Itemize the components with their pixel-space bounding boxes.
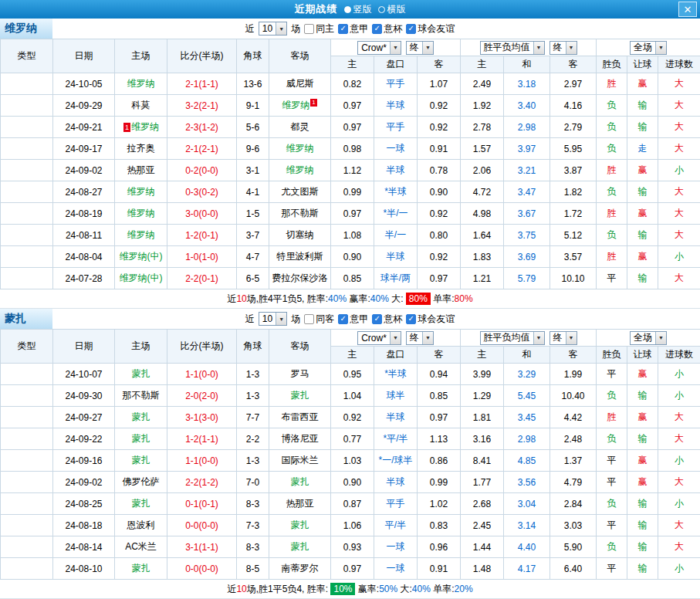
corner-cell: 1-3 bbox=[237, 364, 269, 385]
bookmaker-select[interactable]: Crow*▼ bbox=[357, 41, 401, 55]
goals-size-cell: 大 bbox=[658, 428, 700, 450]
result-cell: 负 bbox=[597, 181, 627, 203]
column-header: 比分(半场) bbox=[167, 39, 237, 73]
match-row: 意甲24-10-07蒙扎1-1(0-0)1-3罗马0.95*半球0.943.99… bbox=[1, 364, 700, 385]
euro-odds-type-select[interactable]: 胜平负均值▼ bbox=[480, 41, 545, 55]
match-scope-select[interactable]: 全场▼ bbox=[630, 41, 667, 55]
euro-away-odds-cell: 2.97 bbox=[550, 73, 597, 95]
euro-stage-select[interactable]: 终▼ bbox=[550, 41, 577, 55]
corner-cell: 8-3 bbox=[237, 493, 269, 515]
handicap-cell: *半/一 bbox=[374, 203, 418, 225]
league-filter-checkbox[interactable]: ✓意杯 bbox=[372, 313, 402, 326]
team-name-text: 国际米兰 bbox=[282, 455, 319, 465]
away-team-cell: 蒙扎 bbox=[269, 536, 331, 558]
euro-away-odds-cell: 3.87 bbox=[550, 160, 597, 181]
same-venue-checkbox[interactable]: 同主 bbox=[304, 22, 334, 36]
euro-away-odds-cell: 3.03 bbox=[550, 515, 597, 536]
column-subheader: 客 bbox=[418, 347, 461, 364]
league-filter-checkbox[interactable]: ✓意杯 bbox=[372, 22, 402, 36]
result-cell: 负 bbox=[597, 138, 627, 160]
team-name-text: 维罗纳 bbox=[282, 100, 309, 110]
euro-away-odds-cell: 5.12 bbox=[550, 225, 597, 246]
team-name-text: 那不勒斯 bbox=[123, 390, 160, 401]
dropdown-arrow-icon: ▼ bbox=[533, 332, 544, 344]
score-cell: 2-1(2-1) bbox=[167, 138, 237, 160]
handicap-result-cell: 赢 bbox=[627, 364, 658, 385]
result-cell: 负 bbox=[597, 536, 627, 558]
match-count-select[interactable]: 10▼ bbox=[259, 312, 287, 326]
match-date-cell: 24-08-25 bbox=[53, 493, 115, 515]
team-name-text: 博洛尼亚 bbox=[282, 433, 319, 444]
corner-cell: 6-5 bbox=[237, 268, 269, 289]
near-label: 近 bbox=[245, 313, 255, 326]
euro-home-odds-cell: 1.44 bbox=[461, 536, 504, 558]
away-team-cell: 罗马 bbox=[269, 364, 331, 385]
summary-part: 近 bbox=[227, 583, 236, 596]
team-name-text: 蒙扎 bbox=[132, 563, 150, 574]
games-label: 场 bbox=[291, 22, 300, 36]
handicap-cell: 平手 bbox=[374, 493, 418, 515]
vertical-layout-radio[interactable]: 竖版 bbox=[344, 3, 372, 16]
asian-home-odds-cell: 0.97 bbox=[331, 203, 374, 225]
score-cell: 0-3(0-2) bbox=[167, 181, 237, 203]
team-name-text: AC米兰 bbox=[125, 541, 157, 552]
match-scope-select[interactable]: 全场▼ bbox=[630, 331, 667, 345]
goals-size-cell: 大 bbox=[658, 203, 700, 225]
home-team-cell: 蒙扎 bbox=[115, 407, 167, 428]
match-row: 意甲24-09-02热那亚0-2(0-0)3-1维罗纳1.12半球0.782.0… bbox=[1, 160, 700, 181]
euro-away-odds-cell: 4.79 bbox=[550, 472, 597, 493]
league-filter-checkbox[interactable]: ✓意甲 bbox=[338, 22, 368, 36]
column-header: 日期 bbox=[53, 39, 115, 73]
match-row: 球会友谊24-07-28维罗纳(中)2-2(0-1)6-5费拉尔保沙洛0.85球… bbox=[1, 268, 700, 289]
away-team-cell: 维罗纳 bbox=[269, 138, 331, 160]
summary-part: 80% bbox=[406, 293, 431, 305]
team-name-text: 科莫 bbox=[132, 100, 150, 110]
home-team-cell: 维罗纳 bbox=[115, 225, 167, 246]
selected-value: Crow* bbox=[358, 42, 390, 53]
goals-size-cell: 小 bbox=[658, 450, 700, 472]
euro-home-odds-cell: 4.72 bbox=[461, 181, 504, 203]
summary-part: 近 bbox=[227, 293, 236, 306]
same-venue-checkbox[interactable]: 同客 bbox=[304, 313, 334, 326]
handicap-cell: 平手 bbox=[374, 73, 418, 95]
asian-away-odds-cell: 0.83 bbox=[418, 515, 461, 536]
score-cell: 2-2(1-2) bbox=[167, 472, 237, 493]
team-section: 维罗纳近10▼场同主✓意甲✓意杯✓球会友谊类型日期主场比分(半场)角球客场Cro… bbox=[0, 19, 700, 309]
goals-size-cell: 大 bbox=[658, 472, 700, 493]
euro-home-odds-cell: 4.98 bbox=[461, 203, 504, 225]
euro-away-odds-cell: 1.37 bbox=[550, 450, 597, 472]
league-filter-checkbox[interactable]: ✓意甲 bbox=[338, 313, 368, 326]
close-button[interactable]: ✕ bbox=[678, 2, 697, 17]
score-cell: 2-1(1-1) bbox=[167, 73, 237, 95]
euro-away-odds-cell: 2.84 bbox=[550, 493, 597, 515]
column-subheader: 让球 bbox=[627, 56, 658, 73]
team-name-text: 罗马 bbox=[291, 368, 309, 379]
asian-stage-select[interactable]: 终▼ bbox=[406, 331, 434, 345]
asian-away-odds-cell: 0.86 bbox=[418, 450, 461, 472]
euro-odds-type-select[interactable]: 胜平负均值▼ bbox=[480, 331, 545, 345]
match-date-cell: 24-08-18 bbox=[53, 515, 115, 536]
handicap-result-cell: 走 bbox=[627, 138, 658, 160]
corner-cell: 7-0 bbox=[237, 472, 269, 493]
column-subheader: 客 bbox=[550, 347, 597, 364]
dropdown-arrow-icon: ▼ bbox=[566, 332, 577, 344]
checkbox-label: 意杯 bbox=[384, 313, 402, 326]
asian-away-odds-cell: 0.92 bbox=[418, 246, 461, 268]
asian-home-odds-cell: 0.82 bbox=[331, 73, 374, 95]
asian-away-odds-cell: 1.07 bbox=[418, 73, 461, 95]
league-filter-checkbox[interactable]: ✓球会友谊 bbox=[406, 313, 455, 326]
team-name-text: 维罗纳 bbox=[127, 229, 155, 240]
match-count-select[interactable]: 10▼ bbox=[259, 22, 287, 36]
radio-unselected-icon bbox=[378, 6, 385, 13]
asian-stage-select[interactable]: 终▼ bbox=[406, 41, 434, 55]
team-name-text: 南蒂罗尔 bbox=[282, 563, 319, 574]
league-filter-checkbox[interactable]: ✓球会友谊 bbox=[406, 22, 455, 36]
handicap-cell: 一球 bbox=[374, 138, 418, 160]
bookmaker-select[interactable]: Crow*▼ bbox=[357, 331, 401, 345]
result-cell: 胜 bbox=[597, 160, 627, 181]
horizontal-layout-radio[interactable]: 横版 bbox=[378, 3, 406, 16]
euro-stage-select[interactable]: 终▼ bbox=[550, 331, 577, 345]
asian-away-odds-cell: 1.13 bbox=[418, 428, 461, 450]
results-table: 类型日期主场比分(半场)角球客场Crow*▼终▼胜平负均值▼终▼全场▼主盘口客主… bbox=[0, 329, 700, 580]
team-name-text: 蒙扎 bbox=[291, 519, 309, 530]
